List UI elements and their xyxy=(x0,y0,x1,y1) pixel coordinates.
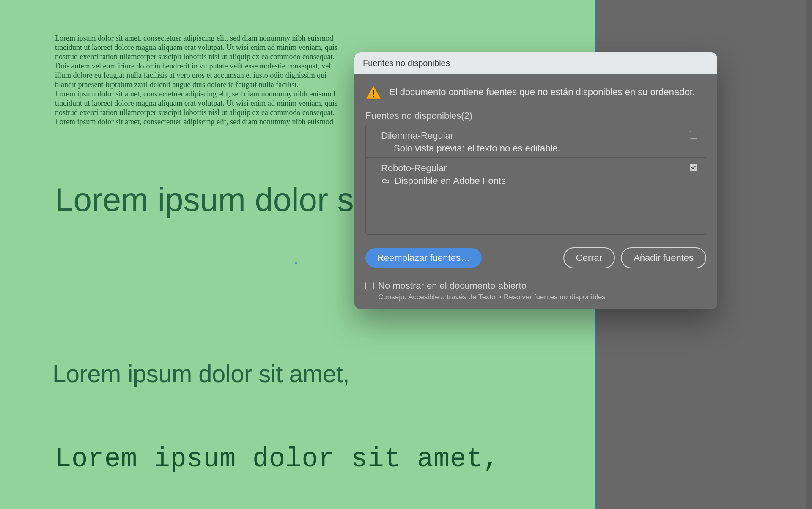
close-button[interactable]: Cerrar xyxy=(563,247,615,268)
body-paragraph: Lorem ipsum dolor sit amet, consectetuer… xyxy=(55,34,338,127)
svg-rect-1 xyxy=(373,96,374,98)
font-name: Dilemma-Regular xyxy=(381,130,690,141)
add-fonts-button[interactable]: Añadir fuentes xyxy=(621,247,706,268)
replace-fonts-button[interactable]: Reemplazar fuentes… xyxy=(365,248,482,268)
font-status: Disponible en Adobe Fonts xyxy=(395,175,506,186)
font-list-row[interactable]: Roboto-Regular Disponible en Adobe Fonts xyxy=(366,158,706,190)
headline-display: Lorem ipsum dolor sit amet, xyxy=(55,444,499,474)
vertical-scrollbar[interactable] xyxy=(806,0,812,509)
creative-cloud-icon xyxy=(381,176,390,186)
dialog-title: Fuentes no disponibles xyxy=(354,52,717,74)
headline-light: Lorem ipsum dolor sit amet, xyxy=(52,359,349,388)
missing-glyph-marker: × xyxy=(294,260,298,266)
font-status: Solo vista previa: el texto no es editab… xyxy=(394,143,690,154)
font-list-label: Fuentes no disponibles(2) xyxy=(365,110,706,121)
missing-fonts-list: Dilemma-Regular Solo vista previa: el te… xyxy=(365,125,706,235)
dont-show-checkbox[interactable] xyxy=(365,282,374,290)
missing-fonts-dialog: Fuentes no disponibles El documento cont… xyxy=(354,52,717,309)
font-checkbox[interactable] xyxy=(690,164,697,171)
dont-show-label: No mostrar en el documento abierto xyxy=(378,280,527,291)
font-name: Roboto-Regular xyxy=(381,163,690,174)
svg-rect-0 xyxy=(373,90,374,94)
font-checkbox[interactable] xyxy=(690,131,697,139)
tip-text: Consejo: Accesible a través de Texto > R… xyxy=(378,293,706,301)
warning-icon xyxy=(365,85,381,99)
font-list-row[interactable]: Dilemma-Regular Solo vista previa: el te… xyxy=(366,125,706,158)
warning-message: El documento contiene fuentes que no est… xyxy=(389,87,695,98)
